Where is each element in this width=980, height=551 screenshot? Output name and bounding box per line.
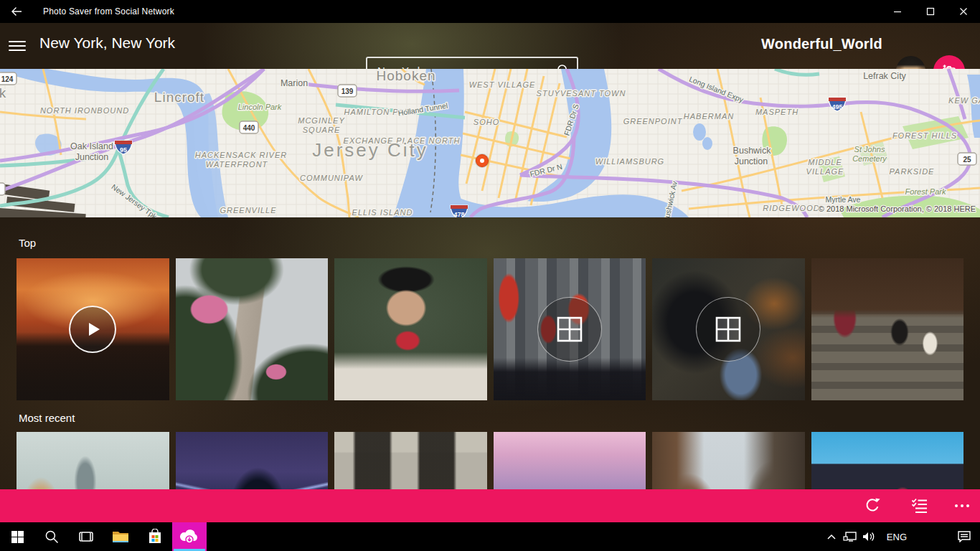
hamburger-menu-button[interactable] [9,37,26,55]
svg-text:MCGINLEY: MCGINLEY [298,116,344,125]
svg-text:Cemetery: Cemetery [852,154,887,163]
task-view-icon [78,530,94,543]
svg-text:SQUARE: SQUARE [303,126,340,134]
cloud-download-icon [179,528,200,545]
svg-text:GREENVILLE: GREENVILLE [220,206,276,215]
content: Top Most recent [0,217,980,489]
photo-row-top [17,258,963,400]
language-indicator[interactable]: ENG [878,532,915,542]
photo-thumbnail[interactable] [17,258,169,400]
svg-text:MASPETH: MASPETH [755,108,798,116]
back-arrow-icon [11,6,22,17]
multi-select-button[interactable] [911,497,928,514]
svg-text:MIDDLE: MIDDLE [808,158,842,166]
map-marker[interactable] [475,154,489,168]
svg-text:WILLIAMSBURG: WILLIAMSBURG [595,157,664,166]
svg-text:25: 25 [963,156,971,164]
action-center-button[interactable] [948,522,980,551]
photo-thumbnail[interactable] [176,258,329,400]
search-icon [44,529,59,544]
photo-thumbnail[interactable] [176,432,329,489]
photo-thumbnail[interactable] [494,258,646,400]
svg-text:SOHO: SOHO [473,118,499,126]
svg-text:Junction: Junction [75,152,109,162]
start-button[interactable] [0,522,34,551]
refresh-icon [864,497,881,514]
svg-text:VILLAGE: VILLAGE [806,167,844,176]
svg-text:ELLIS ISLAND: ELLIS ISLAND [352,208,413,217]
map[interactable]: 124 139 440 25 1 95 478 495 kLincroftHob… [0,69,980,217]
app-command-bar [0,489,980,522]
minimize-button[interactable] [881,0,914,23]
photo-thumbnail[interactable] [17,432,169,489]
svg-text:PARKSIDE: PARKSIDE [890,167,935,176]
window-title: Photo Saver from Social Network [43,6,174,17]
close-icon [959,7,968,16]
photo-row-most-recent [17,432,963,489]
file-explorer-icon [112,529,129,544]
network-tray-button[interactable] [841,522,859,551]
svg-text:k: k [0,85,6,100]
file-explorer-button[interactable] [103,522,138,551]
svg-text:Hoboken: Hoboken [376,69,435,83]
svg-text:Lefrak City: Lefrak City [863,71,906,81]
svg-text:139: 139 [341,88,354,95]
photo-thumbnail[interactable] [334,258,487,400]
system-tray: ENG [822,522,980,551]
select-list-icon [911,497,928,514]
taskbar-search-button[interactable] [34,522,69,551]
album-grid-overlay-icon [537,297,602,362]
maximize-button[interactable] [914,0,947,23]
photo-thumbnail[interactable] [494,432,646,489]
svg-text:Jersey City: Jersey City [312,139,428,161]
titlebar: Photo Saver from Social Network [0,0,980,23]
svg-text:Myrtle Ave: Myrtle Ave [826,195,861,204]
svg-text:HACKENSACK RIVER: HACKENSACK RIVER [195,151,287,159]
svg-text:WATERFRONT: WATERFRONT [206,160,268,169]
svg-text:NORTH IRONBOUND: NORTH IRONBOUND [40,106,129,115]
svg-text:440: 440 [243,124,255,132]
store-button[interactable] [138,522,172,551]
svg-text:STUYVESANT TOWN: STUYVESANT TOWN [537,89,626,98]
minimize-icon [893,7,902,16]
action-center-icon [958,531,971,542]
play-overlay-icon [69,306,116,353]
photo-thumbnail[interactable] [652,432,805,489]
svg-text:WEST VILLAGE: WEST VILLAGE [469,80,536,89]
photo-thumbnail[interactable] [811,432,964,489]
svg-text:St Johns: St Johns [854,145,885,154]
photo-thumbnail[interactable] [811,258,964,400]
svg-text:Marion: Marion [281,78,308,88]
section-title-top: Top [19,237,36,249]
taskbar: ENG [0,522,980,551]
svg-text:COMMUNIPAW: COMMUNIPAW [300,174,363,182]
svg-text:Forest Park: Forest Park [905,187,946,196]
svg-text:Bushwick: Bushwick [733,146,772,156]
see-more-button[interactable] [953,497,971,514]
back-button[interactable] [0,0,33,23]
svg-text:RIDGEWOOD: RIDGEWOOD [763,204,819,212]
svg-text:HABERMAN: HABERMAN [684,112,734,121]
album-grid-overlay-icon [696,297,760,362]
store-icon [148,529,162,545]
svg-text:Lincroft: Lincroft [154,90,204,105]
svg-text:Oak Island: Oak Island [70,141,113,151]
svg-text:GREENPOINT: GREENPOINT [623,117,683,126]
app-header: New York, New York Wonderful_World [0,23,980,69]
svg-text:FOREST HILLS: FOREST HILLS [892,131,957,140]
close-button[interactable] [947,0,980,23]
photo-thumbnail[interactable] [652,258,805,400]
svg-text:Junction: Junction [735,156,768,166]
windows-logo-icon [11,531,24,543]
photo-thumbnail[interactable] [334,432,487,489]
network-icon [843,531,857,542]
speaker-icon [862,531,876,542]
ellipsis-icon [953,497,971,514]
svg-text:478: 478 [453,211,464,217]
volume-tray-button[interactable] [859,522,878,551]
photo-saver-app-button[interactable] [172,522,207,551]
svg-text:Lincoln Park: Lincoln Park [238,103,282,111]
refresh-button[interactable] [864,497,881,514]
task-view-button[interactable] [69,522,103,551]
tray-chevron-button[interactable] [822,522,841,551]
